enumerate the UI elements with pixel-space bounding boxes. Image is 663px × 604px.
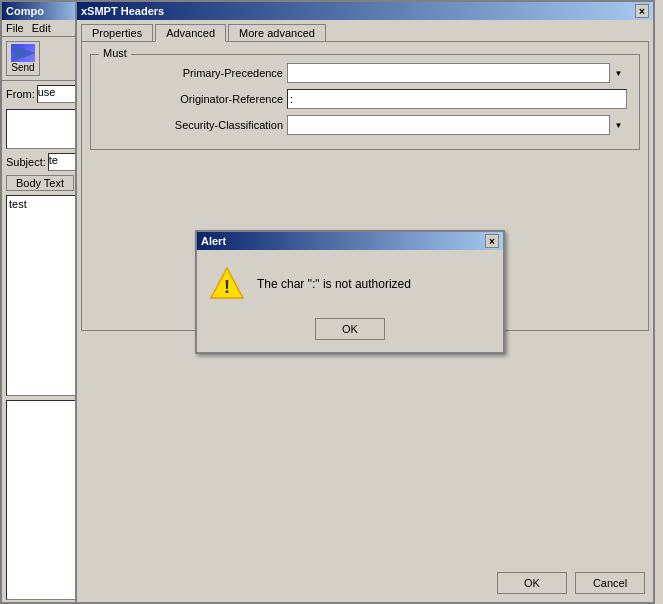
svg-rect-1 (15, 51, 25, 55)
xsmpt-cancel-button[interactable]: Cancel (575, 572, 645, 594)
from-row: From: use (6, 85, 81, 103)
alert-ok-button[interactable]: OK (315, 318, 385, 340)
alert-titlebar: Alert × (197, 232, 503, 250)
menu-file[interactable]: File (6, 22, 24, 34)
compose-fields: From: use (2, 81, 85, 107)
body-text-button[interactable]: Body Text (6, 175, 74, 191)
must-group: Must Primary-Precedence ▼ Originator-Ref… (90, 54, 640, 150)
tab-bar: Properties Advanced More advanced (77, 20, 653, 41)
xsmpt-title: xSMPT Headers (81, 5, 164, 17)
primary-precedence-label: Primary-Precedence (103, 67, 283, 79)
xsmpt-titlebar: xSMPT Headers × (77, 2, 653, 20)
originator-reference-row: Originator-Reference (103, 89, 627, 109)
primary-precedence-row: Primary-Precedence ▼ (103, 63, 627, 83)
xsmpt-ok-button[interactable]: OK (497, 572, 567, 594)
security-classification-label: Security-Classification (103, 119, 283, 131)
alert-message: The char ":" is not authorized (257, 277, 411, 291)
alert-body: ! The char ":" is not authorized (197, 250, 503, 314)
subject-row: Subject: te (2, 151, 85, 173)
send-label: Send (11, 62, 34, 73)
xsmpt-close-button[interactable]: × (635, 4, 649, 18)
must-legend: Must (99, 47, 131, 59)
from-label: From: (6, 88, 35, 100)
security-classification-row: Security-Classification ▼ (103, 115, 627, 135)
tab-more-advanced[interactable]: More advanced (228, 24, 326, 41)
send-button[interactable]: Send (6, 41, 40, 76)
security-classification-select-wrapper: ▼ (287, 115, 627, 135)
subject-label: Subject: (6, 156, 46, 168)
body-area-extra[interactable] (6, 400, 81, 600)
dialog-buttons: OK Cancel (489, 564, 653, 602)
alert-dialog: Alert × ! The char ":" is not authorized… (195, 230, 505, 354)
originator-reference-label: Originator-Reference (103, 93, 283, 105)
tab-properties[interactable]: Properties (81, 24, 153, 41)
primary-precedence-select-wrapper: ▼ (287, 63, 627, 83)
address-area[interactable] (6, 109, 81, 149)
security-classification-select[interactable] (287, 115, 627, 135)
tab-advanced[interactable]: Advanced (155, 24, 226, 42)
compose-title: Compo (6, 5, 44, 17)
body-content: test (9, 198, 27, 210)
menu-edit[interactable]: Edit (32, 22, 51, 34)
compose-window: Compo File Edit Send From: use Subject: … (0, 0, 85, 604)
content-spacer (77, 331, 653, 603)
body-area[interactable]: test (6, 195, 81, 396)
svg-text:!: ! (224, 277, 230, 297)
compose-toolbar: Send (2, 37, 85, 81)
originator-reference-input[interactable] (287, 89, 627, 109)
compose-titlebar: Compo (2, 2, 85, 20)
compose-menu: File Edit (2, 20, 85, 37)
send-icon (11, 44, 35, 62)
alert-buttons: OK (197, 314, 503, 352)
alert-close-button[interactable]: × (485, 234, 499, 248)
primary-precedence-select[interactable] (287, 63, 627, 83)
warning-icon: ! (209, 266, 245, 302)
alert-title: Alert (201, 235, 226, 247)
